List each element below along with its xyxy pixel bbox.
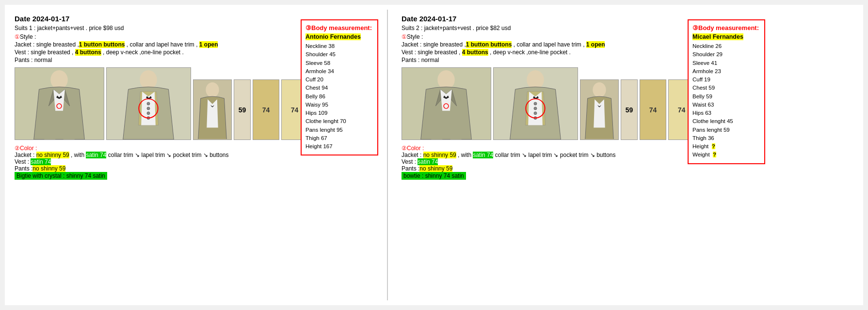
suit2-number-strip-59: 59 bbox=[621, 79, 638, 140]
suit1-small-image bbox=[193, 79, 232, 140]
suit2-meas-belly: Belly 59 bbox=[692, 93, 760, 101]
suit2-client-name: Micael Fernandes bbox=[692, 33, 743, 40]
suit1-no-shinny: no shinny 59 bbox=[36, 152, 69, 158]
suit2-button-highlight: 1 button buttons bbox=[466, 41, 512, 48]
suit2-swatch-74: 74 bbox=[640, 79, 666, 140]
svg-rect-4 bbox=[63, 130, 75, 140]
suit1-bigtie-text: Bigtie with crystal : shinny 74 satin bbox=[15, 172, 107, 180]
suit1-style-text: Style : bbox=[20, 33, 36, 40]
suit1-measurement-title: ③Body measurement: bbox=[305, 24, 373, 31]
suit2-meas-weight: Weight ? bbox=[692, 151, 760, 159]
suit1-measurement-box: ③Body measurement: Antonio Fernandes Nec… bbox=[301, 19, 378, 155]
svg-rect-3 bbox=[44, 130, 56, 140]
suit2-swatch-num2: 74 bbox=[678, 106, 686, 114]
suit2-open-highlight: 1 open bbox=[586, 41, 605, 48]
suit1-satin: satin 74 bbox=[86, 152, 106, 158]
svg-point-1 bbox=[50, 70, 68, 89]
suit1-number-strip-59: 59 bbox=[234, 79, 251, 140]
suit1-meas-shoulder: Shoulder 45 bbox=[305, 50, 373, 59]
suit2-style-text: Style : bbox=[407, 33, 423, 40]
suit2-meas-pans: Pans lenght 59 bbox=[692, 126, 760, 134]
suit1-pants-color: Pants :no shinny 59 bbox=[15, 165, 373, 172]
svg-point-9 bbox=[147, 112, 150, 115]
suit2-meas-cuff: Cuff 19 bbox=[692, 76, 760, 84]
suit1-card: Date 2024-01-17 Suits 1 : jacket+pants+v… bbox=[5, 5, 383, 305]
suit1-client-name: Antonio Fernandes bbox=[305, 33, 361, 40]
suit2-meas-title-text: Body measurement: bbox=[698, 24, 759, 31]
suit2-vest-satin: satin 74 bbox=[418, 158, 438, 165]
suit2-meas-neckline: Neckline 26 bbox=[692, 42, 760, 50]
suit1-meas-title-text: Body measurement: bbox=[311, 24, 372, 31]
suit1-vest-color: Vest : satin 74 bbox=[15, 158, 373, 165]
suit2-small-image bbox=[580, 79, 619, 140]
suit1-swatch-num2: 74 bbox=[291, 106, 299, 114]
suit1-swatch-num: 74 bbox=[262, 106, 270, 114]
svg-point-27 bbox=[593, 82, 606, 97]
suit1-meas-clothe: Clothe lenght 70 bbox=[305, 117, 373, 125]
svg-point-13 bbox=[206, 82, 219, 97]
suit1-meas-thigh: Thigh 67 bbox=[305, 134, 373, 142]
suit1-meas-height: Height 167 bbox=[305, 142, 373, 151]
suit2-bowtie: bowtie : shinny 74 satin bbox=[402, 172, 760, 180]
suit1-vest-buttons: 4 buttons bbox=[75, 49, 101, 56]
suit2-meas-waist: Waist 63 bbox=[692, 101, 760, 109]
svg-point-15 bbox=[437, 70, 455, 89]
suit2-meas-height: Height ? bbox=[692, 142, 760, 151]
suit2-satin: satin 74 bbox=[473, 152, 493, 158]
page-container: Date 2024-01-17 Suits 1 : jacket+pants+v… bbox=[5, 5, 863, 305]
svg-point-22 bbox=[534, 107, 537, 110]
suit1-meas-waisy: Waisy 95 bbox=[305, 101, 373, 109]
suit1-meas-chest: Chest 94 bbox=[305, 84, 373, 92]
suit2-measurement-title: ③Body measurement: bbox=[692, 24, 760, 31]
suit2-pants-color: Pants :no shinny 59 bbox=[402, 165, 760, 172]
suit1-meas-num: ③ bbox=[305, 24, 311, 31]
suit2-meas-num: ③ bbox=[692, 24, 698, 31]
suit1-meas-hips: Hips 109 bbox=[305, 109, 373, 117]
suit2-meas-armhole: Armhole 23 bbox=[692, 67, 760, 76]
suit1-pants-shinny: no shinny 59 bbox=[32, 165, 65, 172]
suit2-main-image-vest bbox=[493, 67, 578, 140]
suit2-meas-chest: Chest 59 bbox=[692, 84, 760, 92]
suit2-main-image-jacket bbox=[402, 67, 491, 140]
suit1-color-text: Color : bbox=[20, 145, 37, 152]
suit2-height-q: ? bbox=[712, 143, 715, 149]
suit1-meas-armhole: Armhole 34 bbox=[305, 67, 373, 76]
svg-point-21 bbox=[534, 102, 537, 105]
suit2-vest-buttons: 4 buttons bbox=[462, 49, 488, 56]
suit2-color-num: ② bbox=[402, 145, 407, 152]
suit2-meas-clothe: Clothe lenght 45 bbox=[692, 117, 760, 125]
suit1-meas-sleeve: Sleeve 58 bbox=[305, 59, 373, 67]
suit2-swatch-num: 74 bbox=[649, 106, 657, 114]
svg-point-8 bbox=[147, 107, 150, 110]
suit1-swatch-74: 74 bbox=[253, 79, 279, 140]
svg-rect-17 bbox=[431, 130, 443, 140]
suit1-main-image-vest bbox=[106, 67, 191, 140]
svg-point-23 bbox=[534, 112, 537, 115]
suit2-meas-hips: Hips 63 bbox=[692, 109, 760, 117]
page-divider bbox=[387, 10, 388, 300]
suit2-style-num: ① bbox=[402, 33, 407, 40]
suit2-measurement-box: ③Body measurement: Micael Fernandes Neck… bbox=[688, 19, 765, 164]
suit2-no-shinny: no shinny 59 bbox=[423, 152, 456, 158]
suit1-color-num: ② bbox=[15, 145, 20, 152]
suit2-bowtie-text: bowtie : shinny 74 satin bbox=[402, 172, 466, 180]
suit1-meas-cuff: Cuff 20 bbox=[305, 76, 373, 84]
suit1-meas-belly: Belly 86 bbox=[305, 93, 373, 101]
svg-point-7 bbox=[147, 102, 150, 105]
suit2-meas-sleeve: Sleeve 41 bbox=[692, 59, 760, 67]
suit1-main-image-jacket bbox=[15, 67, 104, 140]
svg-point-6 bbox=[140, 70, 157, 89]
suit2-color-text: Color : bbox=[407, 145, 424, 152]
suit1-button-highlight: 1 button buttons bbox=[79, 41, 125, 48]
suit1-meas-pans: Pans lenght 95 bbox=[305, 126, 373, 134]
suit2-meas-shoulder: Shoulder 29 bbox=[692, 50, 760, 59]
svg-point-20 bbox=[527, 70, 544, 89]
suit1-meas-neckline: Neckline 38 bbox=[305, 42, 373, 50]
suit2-weight-q: ? bbox=[713, 152, 716, 157]
suit1-vest-satin: satin 74 bbox=[31, 158, 51, 165]
suit2-meas-thigh: Thigh 36 bbox=[692, 134, 760, 142]
suit1-open-highlight: 1 open bbox=[199, 41, 218, 48]
suit2-card: Date 2024-01-17 Suits 2 : jacket+pants+v… bbox=[392, 5, 770, 305]
svg-rect-18 bbox=[450, 130, 462, 140]
suit1-bigtie: Bigtie with crystal : shinny 74 satin bbox=[15, 172, 373, 180]
